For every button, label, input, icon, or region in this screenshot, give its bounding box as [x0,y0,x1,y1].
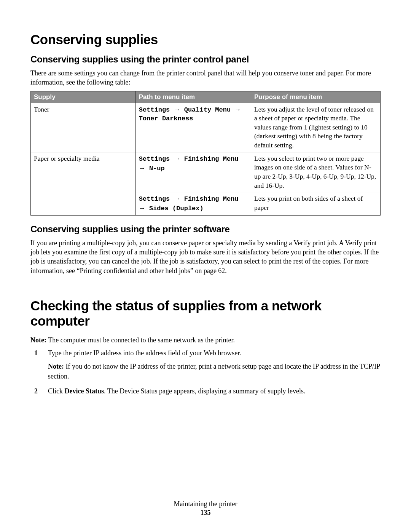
subheading-control-panel: Conserving supplies using the printer co… [30,54,381,65]
step-item: 2 Click Device Status. The Device Status… [30,387,381,396]
arrow-icon: → [174,155,180,162]
th-supply: Supply [31,91,136,103]
note-label: Note: [48,363,64,370]
page-footer: Maintaining the printer 135 [0,500,411,517]
steps-list: 1 Type the printer IP address into the a… [30,348,381,396]
note-text: If you do not know the IP address of the… [48,363,380,380]
arrow-icon: → [139,204,145,212]
step-text: Click Device Status. The Device Status p… [48,387,306,395]
step-number: 2 [34,387,38,396]
cell-purpose: Lets you print on both sides of a sheet … [251,192,380,216]
th-purpose: Purpose of menu item [251,91,380,103]
footer-title: Maintaining the printer [0,500,411,508]
subheading-software: Conserving supplies using the printer so… [30,224,381,235]
cell-purpose: Lets you select to print two or more pag… [251,152,380,192]
cell-path: Settings → Quality Menu → Toner Darkness [135,103,251,152]
step-text: Type the printer IP address into the add… [48,349,241,357]
page-number: 135 [0,509,411,517]
cell-purpose: Lets you adjust the level of toner relea… [251,103,380,152]
supplies-table: Supply Path to menu item Purpose of menu… [30,91,381,216]
step-number: 1 [34,348,38,358]
note-paragraph: Note: The computer must be connected to … [30,335,381,345]
cell-supply: Paper or specialty media [31,152,136,215]
software-paragraph: If you are printing a multiple-copy job,… [30,238,381,275]
cell-path: Settings → Finishing Menu → N-up [135,152,251,192]
cell-path: Settings → Finishing Menu → Sides (Duple… [135,192,251,216]
th-path: Path to menu item [135,91,251,103]
intro-paragraph: There are some settings you can change f… [30,69,381,87]
note-text: The computer must be connected to the sa… [46,336,235,344]
step-item: 1 Type the printer IP address into the a… [30,348,381,381]
heading-conserving-supplies: Conserving supplies [30,32,381,47]
document-page: Conserving supplies Conserving supplies … [0,0,411,532]
table-row: Paper or specialty media Settings → Fini… [31,152,381,192]
arrow-icon: → [234,106,241,113]
arrow-icon: → [139,165,145,172]
note-label: Note: [30,336,46,344]
heading-checking-status: Checking the status of supplies from a n… [30,298,381,329]
arrow-icon: → [174,106,180,113]
table-row: Toner Settings → Quality Menu → Toner Da… [31,103,381,152]
cell-supply: Toner [31,103,136,152]
arrow-icon: → [174,195,180,202]
step-note: Note: If you do not know the IP address … [48,362,381,381]
